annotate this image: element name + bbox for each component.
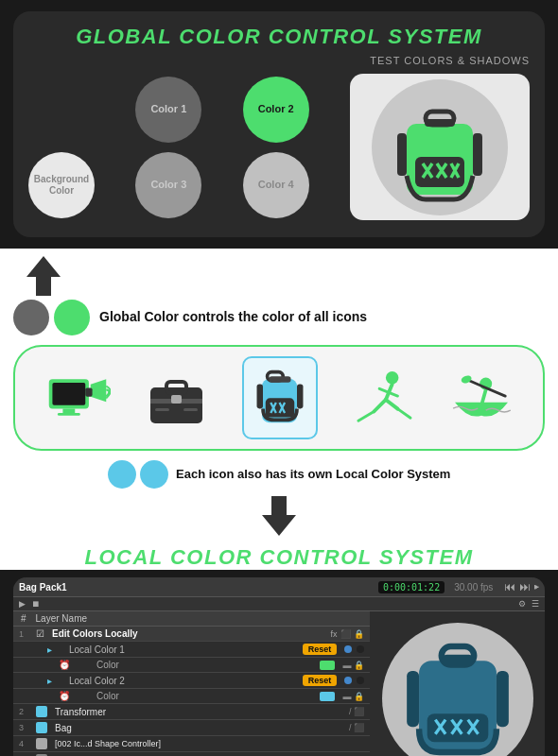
ae-row-transformer: 2 Transformer / ⬛ [13,704,370,720]
ae-fx-icon: fx [330,629,337,639]
ae-row-local-color-1: ▸ Local Color 1 Reset [13,642,370,658]
ae-transformer-controls: / ⬛ [349,707,364,716]
arrow-up-container [0,496,558,541]
ae-lc2-dots [344,676,364,686]
svg-marker-13 [26,256,61,296]
skier-icon-svg [353,370,414,425]
color-1-circle[interactable]: Color 1 [135,77,201,143]
ae-panel-body: # Layer Name 1 ☑ Edit Colors Locally fx … [13,611,545,756]
ae-color-triangle-2[interactable]: ⏰ [59,691,70,701]
color-grid-preview-row: Color 1 Color 2 Background Color Color 3… [28,74,530,220]
svg-rect-12 [473,133,482,176]
ae-timecode: 0:00:01:22 [378,581,445,593]
icon-skier[interactable] [353,370,414,425]
ae-row-ripper: 5 [ripper.mp3] [13,752,370,756]
svg-point-36 [386,371,399,385]
svg-rect-35 [269,376,290,382]
svg-line-39 [386,400,398,409]
ae-control-icons: ⏮ ⏭ ▶ [504,580,539,593]
ae-row-bag: 3 Bag / ⬛ [13,720,370,736]
ae-reset-2-btn[interactable]: Reset [303,675,338,686]
ae-color-2-controls: ▬ 🔒 [342,692,364,701]
ae-toolbar: Bag Pack1 0:00:01:22 30.00 fps ⏮ ⏭ ▶ [13,577,545,597]
svg-rect-58 [496,670,508,726]
icons-row [13,345,545,451]
ae-fps: 30.00 fps [454,582,493,593]
ae-color-swatch-1[interactable] [320,661,335,670]
ae-icon-transformer [36,706,47,717]
global-section: GLOBAL COLOR CONTROL SYSTEM TEST COLORS … [13,11,545,237]
local-desc-text: Each icon also has its own Local Color S… [176,467,450,483]
ae-filename: Bag Pack1 [19,582,67,593]
svg-rect-11 [397,133,407,176]
arrow-up-icon [262,496,296,536]
svg-marker-18 [91,379,107,402]
local-section: Bag Pack1 0:00:01:22 30.00 fps ⏮ ⏭ ▶ ▶ ⏹… [13,577,545,756]
ae-color-triangle-1[interactable]: ⏰ [59,660,70,670]
ae-stop-btn[interactable]: ⏹ [31,599,40,609]
svg-point-46 [460,374,472,385]
color-3-circle[interactable]: Color 3 [135,152,201,218]
ae-layer-list: # Layer Name 1 ☑ Edit Colors Locally fx … [13,611,370,756]
ae-col-num: # [21,613,26,624]
color-circles-grid: Color 1 Color 2 Background Color Color 3… [28,77,340,218]
svg-rect-10 [425,119,455,127]
ae-icon-shape [36,738,47,749]
svg-marker-47 [262,496,296,536]
ae-reset-1-btn[interactable]: Reset [303,644,338,655]
monitor-icon-svg [44,372,111,424]
svg-rect-34 [297,385,303,409]
svg-rect-25 [183,408,198,411]
ae-triangle-1[interactable]: ▸ [47,644,52,655]
bg-color-circle[interactable]: Background Color [28,152,95,218]
ae-row-shape-controller: 4 [002 Ic...d Shape Controller] [13,736,370,752]
arrow-down-icon [26,256,61,296]
icon-monitor[interactable] [44,372,111,424]
ae-row-local-color-2: ▸ Local Color 2 Reset [13,673,370,689]
icon-backpack-highlighted[interactable] [242,356,318,439]
ae-bag-controls: / ⬛ [349,723,364,732]
svg-rect-28 [266,398,294,417]
svg-rect-24 [155,408,169,411]
svg-rect-19 [86,387,93,396]
color-4-circle[interactable]: Color 4 [243,152,309,218]
global-title: GLOBAL COLOR CONTROL SYSTEM [28,25,530,49]
ae-lc1-dots [344,644,364,655]
ae-controls: ▶ ⏹ ⚙ ☰ [13,597,545,611]
local-circles [108,460,168,489]
svg-rect-17 [58,413,80,416]
global-preview-box [350,74,530,220]
test-label: TEST COLORS & SHADOWS [28,55,530,66]
ae-col-name: Layer Name [36,613,87,624]
local-title: LOCAL COLOR CONTROL SYSTEM [0,545,558,570]
svg-rect-16 [63,408,76,413]
local-desc-row: Each icon also has its own Local Color S… [95,460,558,496]
ae-layers-header: # Layer Name [13,611,370,627]
local-circle-1 [108,460,136,489]
backpack-highlighted-svg [252,363,308,429]
icon-briefcase[interactable] [146,372,207,424]
ae-triangle-2[interactable]: ▸ [47,676,52,686]
ae-color-1-controls: ▬ 🔒 [342,661,364,670]
svg-rect-23 [171,395,182,404]
ae-checkbox[interactable]: ☑ [36,628,44,639]
ae-menu-icon[interactable]: ☰ [532,599,539,609]
ae-preview-panel [370,611,545,756]
icon-rowing[interactable] [449,371,514,424]
rowing-icon-svg [449,371,514,424]
ae-row-color-2: ⏰ Color ▬ 🔒 [13,689,370,704]
ae-settings-icon[interactable]: ⚙ [518,599,526,609]
local-circle-2 [140,460,168,489]
desc-circle-dark [13,300,49,335]
svg-line-40 [358,412,374,421]
color-2-circle[interactable]: Color 2 [243,77,309,143]
ae-color-swatch-2[interactable] [320,692,335,701]
ae-row-edit-colors: 1 ☑ Edit Colors Locally fx ⬛ 🔒 [13,627,370,642]
ae-play-btn[interactable]: ▶ [19,599,26,609]
ae-layer-controls: ⬛ 🔒 [340,629,364,639]
global-backpack-svg [364,74,515,220]
desc-circles-group [13,300,90,335]
arrow-down-container [0,249,558,300]
global-desc-text: Global Color controls the color of all i… [99,308,367,327]
local-backpack-svg [396,632,519,757]
